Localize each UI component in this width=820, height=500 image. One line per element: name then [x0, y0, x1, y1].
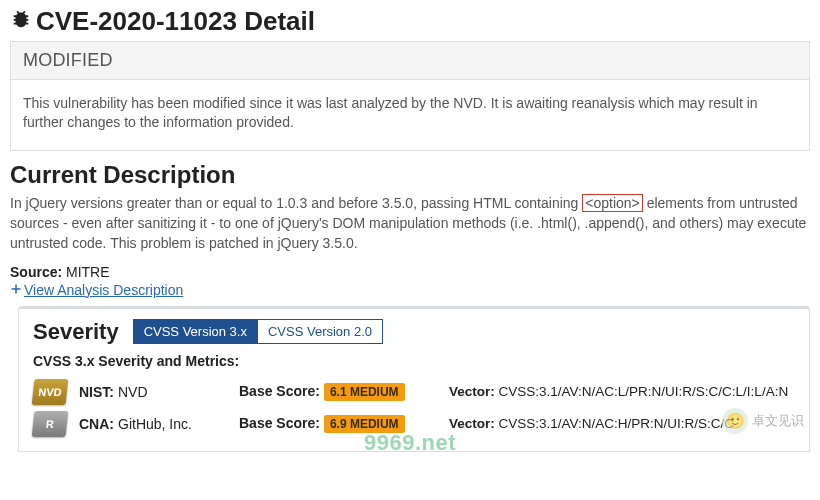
score-badge[interactable]: 6.1 MEDIUM: [324, 383, 405, 401]
severity-subhead: CVSS 3.x Severity and Metrics:: [33, 353, 795, 369]
vector-value: CVSS:3.1/AV:N/AC:H/PR:N/UI:R/S:C/C: [499, 416, 735, 431]
tab-cvss-3x[interactable]: CVSS Version 3.x: [133, 319, 258, 344]
tab-cvss-20[interactable]: CVSS Version 2.0: [258, 319, 383, 344]
bug-icon: [10, 6, 32, 37]
nvd-badge-icon: NVD: [32, 379, 69, 405]
severity-card: Severity CVSS Version 3.xCVSS Version 2.…: [18, 306, 810, 452]
severity-heading: Severity: [33, 319, 119, 345]
metric-row-cna: R CNA: GitHub, Inc. Base Score: 6.9 MEDI…: [33, 411, 795, 437]
score-label: Base Score:: [239, 415, 320, 431]
description-text: In jQuery versions greater than or equal…: [10, 193, 810, 254]
modified-body: This vulnerability has been modified sin…: [11, 80, 809, 150]
cna-badge-icon: R: [32, 411, 69, 437]
page-title-text: CVE-2020-11023 Detail: [36, 6, 315, 37]
description-heading: Current Description: [10, 161, 810, 189]
plus-icon: [10, 282, 22, 298]
page-title: CVE-2020-11023 Detail: [10, 6, 810, 37]
view-analysis-label: View Analysis Description: [24, 282, 183, 298]
source-line: Source: MITRE: [10, 264, 810, 280]
modified-heading: MODIFIED: [11, 42, 809, 80]
vector-label: Vector:: [449, 384, 495, 399]
description-text-before: In jQuery versions greater than or equal…: [10, 195, 582, 211]
option-tag-highlight: <option>: [582, 194, 643, 212]
score-badge[interactable]: 6.9 MEDIUM: [324, 415, 405, 433]
score-label: Base Score:: [239, 383, 320, 399]
source-label: Source:: [10, 264, 62, 280]
modified-panel: MODIFIED This vulnerability has been mod…: [10, 41, 810, 151]
severity-header: Severity CVSS Version 3.xCVSS Version 2.…: [33, 319, 795, 345]
source-value: MITRE: [66, 264, 110, 280]
metric-row-nist: NVD NIST: NVD Base Score: 6.1 MEDIUM Vec…: [33, 379, 795, 405]
vector-value: CVSS:3.1/AV:N/AC:L/PR:N/UI:R/S:C/C:L/I:L…: [499, 384, 789, 399]
authority-value: NVD: [118, 384, 148, 400]
view-analysis-link[interactable]: View Analysis Description: [10, 282, 183, 298]
authority-value: GitHub, Inc.: [118, 416, 192, 432]
authority-label: NIST:: [79, 384, 114, 400]
vector-label: Vector:: [449, 416, 495, 431]
authority-label: CNA:: [79, 416, 114, 432]
